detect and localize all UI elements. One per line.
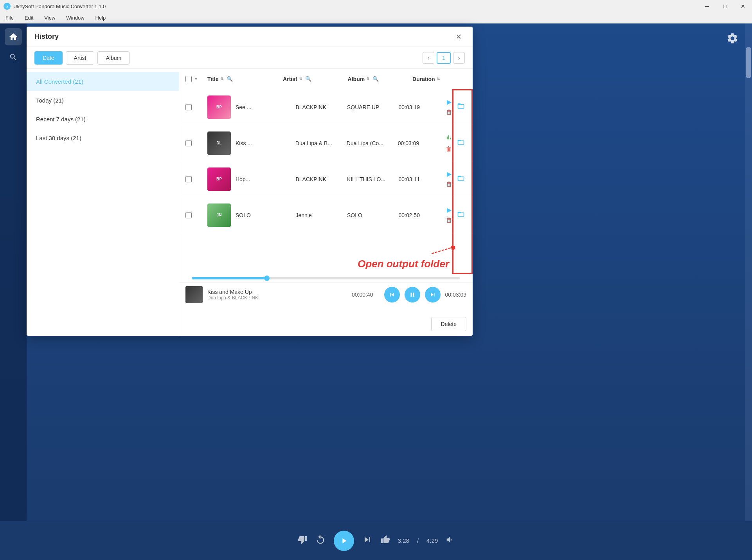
row-1-delete-button[interactable]: 🗑 <box>444 108 454 117</box>
row-3-title: Hop... <box>236 176 295 182</box>
menubar: File Edit View Window Help <box>0 13 752 23</box>
settings-button[interactable] <box>721 27 744 50</box>
dialog-title: History <box>34 32 452 41</box>
row-4-folder-button[interactable] <box>455 210 466 221</box>
row-3-checkbox[interactable] <box>185 176 192 182</box>
nowplaying-artist: Dua Lipa & BLACKPINK <box>207 295 347 301</box>
dialog-body: All Converted (21) Today (21) Recent 7 d… <box>27 69 473 336</box>
progress-bar[interactable] <box>192 277 460 279</box>
thumbdown-button[interactable] <box>298 535 307 547</box>
progress-fill <box>192 277 267 279</box>
titlebar-controls: ─ □ ✕ <box>698 0 752 13</box>
sidebar-home-button[interactable] <box>5 28 22 45</box>
prev-page-button[interactable]: ‹ <box>423 52 434 64</box>
filter-today[interactable]: Today (21) <box>27 91 179 110</box>
app-icon: ♪ <box>3 2 11 10</box>
row-2-folder-button[interactable] <box>455 138 466 149</box>
tooltip-text: Open output folder <box>358 258 449 270</box>
row-2-title: Kiss ... <box>236 140 295 146</box>
maximize-button[interactable]: □ <box>716 0 734 13</box>
tab-artist[interactable]: Artist <box>66 51 95 65</box>
row-1-album: SQUARE UP <box>347 104 399 110</box>
row-3-actions: ▶ 🗑 <box>444 169 454 189</box>
menu-edit[interactable]: Edit <box>22 14 36 22</box>
menu-file[interactable]: File <box>3 14 16 22</box>
table-row: BP See ... BLACKPINK SQUARE UP 00:03:19 … <box>179 89 473 125</box>
album-search-icon[interactable]: 🔍 <box>372 76 379 82</box>
nowplaying-track: Kiss and Make Up Dua Lipa & BLACKPINK 00… <box>185 286 466 303</box>
row-3-delete-button[interactable]: 🗑 <box>444 180 454 189</box>
row-2-checkbox[interactable] <box>185 140 192 146</box>
volume-icon[interactable] <box>446 535 454 546</box>
skip-button[interactable] <box>362 534 373 547</box>
title-search-icon[interactable]: 🔍 <box>227 76 233 82</box>
tracks-panel: ▼ Title ⇅ 🔍 Artist ⇅ 🔍 Album ⇅ 🔍 <box>179 69 473 336</box>
menu-view[interactable]: View <box>42 14 58 22</box>
progress-thumb[interactable] <box>264 275 270 281</box>
sidebar <box>0 23 27 521</box>
filter-last-30-days[interactable]: Last 30 days (21) <box>27 128 179 147</box>
row-2-album: Dua Lipa (Co... <box>347 140 398 146</box>
tab-date[interactable]: Date <box>34 51 63 65</box>
row-4-thumbnail: JN <box>207 203 231 227</box>
table-row: BP Hop... BLACKPINK KILL THIS LO... 00:0… <box>179 161 473 197</box>
next-page-button[interactable]: › <box>453 52 465 64</box>
row-4-delete-button[interactable]: 🗑 <box>444 216 454 225</box>
open-output-folder-tooltip: Open output folder <box>358 258 449 270</box>
row-1-play-button[interactable]: ▶ <box>444 97 454 106</box>
nowplaying-next-button[interactable] <box>425 287 441 303</box>
table-header: ▼ Title ⇅ 🔍 Artist ⇅ 🔍 Album ⇅ 🔍 <box>179 69 473 89</box>
scrollbar[interactable] <box>745 23 752 521</box>
player-current-time: 3:28 <box>398 537 409 544</box>
row-1-checkbox[interactable] <box>185 104 192 110</box>
minimize-button[interactable]: ─ <box>698 0 716 13</box>
menu-window[interactable]: Window <box>64 14 86 22</box>
row-2-delete-button[interactable]: 🗑 <box>444 145 454 153</box>
filter-recent-7-days[interactable]: Recent 7 days (21) <box>27 110 179 128</box>
header-title: Title ⇅ 🔍 <box>207 76 283 82</box>
dialog-nowplaying: Kiss and Make Up Dua Lipa & BLACKPINK 00… <box>179 283 473 314</box>
progress-bar-container <box>179 274 473 283</box>
dialog-close-button[interactable]: ✕ <box>452 31 465 43</box>
menu-help[interactable]: Help <box>93 14 108 22</box>
row-checkbox-2 <box>185 140 207 146</box>
row-4-artist: Jennie <box>295 212 347 218</box>
row-4-actions: ▶ 🗑 <box>444 205 454 225</box>
header-dropdown-icon[interactable]: ▼ <box>194 77 198 81</box>
row-4-checkbox[interactable] <box>185 212 192 218</box>
row-2-duration: 00:03:09 <box>398 140 441 146</box>
album-sort-icon[interactable]: ⇅ <box>366 77 369 81</box>
row-4-play-button[interactable]: ▶ <box>444 205 454 214</box>
table-row: JN SOLO Jennie SOLO 00:02:50 ▶ 🗑 <box>179 197 473 233</box>
rewind-button[interactable] <box>315 534 326 547</box>
tab-album[interactable]: Album <box>97 51 130 65</box>
title-sort-icon[interactable]: ⇅ <box>220 77 223 81</box>
nowplaying-pause-button[interactable] <box>405 287 420 303</box>
select-all-checkbox[interactable] <box>185 76 192 82</box>
row-1-folder-button[interactable] <box>455 101 466 113</box>
row-4-album: SOLO <box>347 212 399 218</box>
close-button[interactable]: ✕ <box>734 0 752 13</box>
player-total-time: 4:29 <box>426 537 438 544</box>
nowplaying-current-time: 00:00:40 <box>352 292 373 298</box>
filter-all-converted[interactable]: All Converted (21) <box>27 72 179 91</box>
sidebar-search-button[interactable] <box>5 49 22 66</box>
nowplaying-prev-button[interactable] <box>384 287 400 303</box>
row-3-play-button[interactable]: ▶ <box>444 169 454 178</box>
delete-button-area: Delete <box>179 314 473 336</box>
row-3-folder-button[interactable] <box>455 174 466 185</box>
duration-sort-icon[interactable]: ⇅ <box>437 77 440 81</box>
dialog-header: History ✕ <box>27 27 473 47</box>
row-1-actions: ▶ 🗑 <box>444 97 454 117</box>
svg-line-3 <box>432 248 451 254</box>
scroll-thumb[interactable] <box>746 47 751 78</box>
play-pause-button[interactable] <box>334 531 354 551</box>
artist-sort-icon[interactable]: ⇅ <box>299 77 302 81</box>
delete-button[interactable]: Delete <box>431 317 466 331</box>
row-2-bars-button[interactable] <box>444 133 454 143</box>
history-dialog: History ✕ Date Artist Album ‹ 1 › All Co… <box>27 27 473 336</box>
dialog-toolbar: Date Artist Album ‹ 1 › <box>27 47 473 69</box>
artist-search-icon[interactable]: 🔍 <box>305 76 311 82</box>
header-artist: Artist ⇅ 🔍 <box>283 76 348 82</box>
thumbup-button[interactable] <box>381 535 390 547</box>
